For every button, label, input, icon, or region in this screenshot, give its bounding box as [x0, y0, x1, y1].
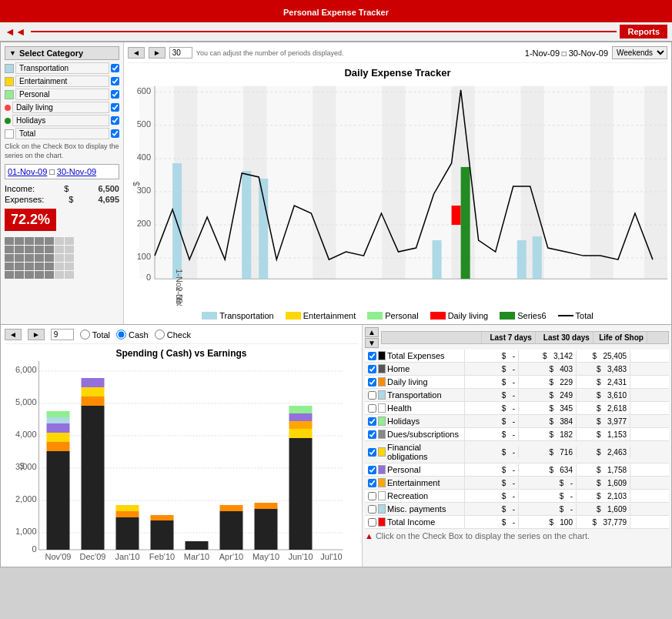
td-last7: $ -	[465, 490, 519, 502]
holidays-checkbox[interactable]	[111, 116, 119, 125]
legend-color-personal	[367, 312, 383, 320]
bottom-prev-btn[interactable]: ◄	[5, 329, 22, 340]
sort-down-btn[interactable]: ▼	[365, 338, 379, 348]
category-item-dailyliving: Daily living	[5, 102, 119, 113]
row-color-indicator	[378, 351, 386, 360]
svg-rect-95	[220, 511, 243, 550]
chart-next-btn[interactable]: ►	[149, 47, 165, 59]
td-last7: $ -	[465, 390, 519, 401]
category-item-transportation: Transportation	[5, 62, 119, 74]
row-checkbox[interactable]	[368, 404, 376, 413]
transportation-checkbox[interactable]	[111, 64, 119, 72]
table-row: Financial obligations $ - $ 716 $ 2,463	[365, 441, 669, 463]
td-last30: $ 634	[519, 464, 577, 476]
legend-color-dailyliving	[430, 312, 446, 320]
svg-rect-28	[433, 240, 442, 279]
td-last7: $ -	[465, 363, 519, 375]
svg-rect-85	[82, 406, 105, 550]
svg-text:May'10: May'10	[252, 552, 279, 561]
svg-rect-86	[82, 396, 105, 406]
svg-text:500: 500	[137, 119, 151, 129]
legend-personal: Personal	[367, 311, 418, 320]
td-last7: $ -	[465, 350, 519, 362]
svg-rect-102	[289, 413, 313, 421]
category-name: Home	[387, 364, 410, 373]
svg-text:200: 200	[137, 219, 151, 228]
app-header: Personal Expense Tracker	[0, 0, 672, 22]
row-checkbox[interactable]	[368, 378, 376, 386]
entertainment-label: Entertainment	[15, 75, 109, 87]
transportation-color	[5, 64, 14, 73]
bottom-period-input[interactable]	[51, 329, 74, 340]
cash-radio[interactable]	[116, 330, 126, 340]
td-category: Entertainment	[365, 477, 465, 489]
header-bar: ◄◄ Reports	[0, 22, 672, 42]
total-checkbox[interactable]	[111, 129, 119, 138]
svg-rect-31	[452, 206, 461, 225]
personal-checkbox[interactable]	[111, 90, 119, 99]
category-selector[interactable]: ▼ Select Category	[5, 46, 119, 60]
bottom-table-area: ▲ ▼ Last 7 days Last 30 days Life of Sho…	[363, 325, 671, 567]
total-radio-label: Total	[92, 330, 110, 340]
top-chart-area: ◄ ► You can adjust the number of periods…	[124, 42, 671, 324]
category-name: Entertainment	[387, 478, 440, 487]
svg-text:2-Nov-09: 2-Nov-09	[175, 286, 184, 306]
back-arrow[interactable]: ◄◄	[5, 25, 26, 38]
date-end[interactable]: 30-Nov-09	[57, 167, 96, 176]
row-checkbox[interactable]	[368, 352, 376, 360]
entertainment-checkbox[interactable]	[111, 77, 119, 85]
td-life: $ 1,609	[577, 504, 630, 515]
reports-button[interactable]: Reports	[620, 25, 667, 38]
legend-color-transportation	[202, 312, 217, 320]
legend-series6: Series6	[500, 311, 546, 320]
holidays-dot	[5, 118, 11, 124]
row-checkbox[interactable]	[368, 391, 376, 400]
category-name: Personal	[387, 465, 420, 474]
td-life: $ 1,758	[577, 464, 630, 476]
dailyliving-checkbox[interactable]	[111, 103, 119, 112]
bottom-next-btn[interactable]: ►	[28, 329, 45, 340]
legend-total: Total	[558, 311, 593, 320]
category-name: Misc. payments	[387, 504, 446, 514]
date-start[interactable]: 01-Nov-09	[8, 167, 47, 176]
col-header-life: Life of Shop	[593, 332, 647, 343]
personal-label: Personal	[15, 89, 109, 100]
date-range-display: 1-Nov-09 □ 30-Nov-09	[525, 49, 608, 58]
table-row: Transportation $ - $ 249 $ 3,610	[365, 389, 669, 402]
td-life: $ 1,153	[577, 429, 630, 440]
transportation-label: Transportation	[15, 62, 109, 74]
dailyliving-label: Daily living	[12, 102, 109, 113]
row-checkbox[interactable]	[368, 505, 376, 514]
td-last7: $ -	[465, 403, 519, 414]
row-checkbox[interactable]	[368, 466, 376, 474]
total-radio[interactable]	[80, 330, 90, 340]
svg-rect-29	[517, 240, 527, 279]
row-checkbox[interactable]	[368, 518, 376, 527]
sort-up-btn[interactable]: ▲	[365, 327, 379, 337]
svg-rect-27	[259, 179, 268, 279]
table-row: Recreation $ - $ - $ 2,103	[365, 490, 669, 503]
income-currency: $	[64, 184, 69, 193]
svg-text:Jul'10: Jul'10	[320, 552, 342, 561]
bottom-chart-title: Spending ( Cash) vs Earnings	[5, 348, 358, 359]
spending-earnings-chart: 6,000 5,000 4,000 3,000 2,000 1,000 0 $	[5, 361, 358, 561]
row-checkbox[interactable]	[368, 365, 376, 373]
svg-rect-82	[47, 423, 70, 433]
row-checkbox[interactable]	[368, 492, 376, 500]
td-last30: $ 384	[519, 416, 577, 427]
check-radio[interactable]	[155, 330, 165, 340]
row-checkbox[interactable]	[368, 430, 376, 439]
period-input[interactable]	[169, 47, 192, 59]
svg-rect-83	[47, 417, 70, 423]
td-last30: $ 100	[519, 517, 577, 528]
category-name: Transportation	[387, 390, 442, 400]
chart-prev-btn[interactable]: ◄	[128, 47, 145, 59]
row-color-indicator	[378, 417, 386, 426]
weekends-select[interactable]: Weekends Weekdays All Days	[612, 46, 667, 59]
total-color	[5, 129, 14, 139]
svg-rect-93	[151, 515, 174, 520]
row-checkbox[interactable]	[368, 479, 376, 487]
td-category: Misc. payments	[365, 503, 465, 515]
row-checkbox[interactable]	[368, 417, 376, 426]
row-checkbox[interactable]	[368, 448, 376, 457]
